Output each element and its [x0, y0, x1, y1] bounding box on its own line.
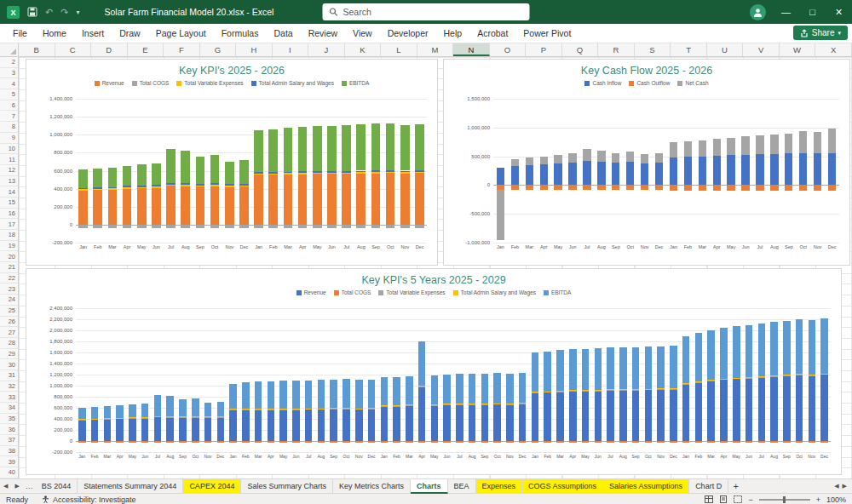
row-header-27[interactable]: 27 [0, 327, 18, 338]
chart-key-cash-flow-2025-2026[interactable]: Key Cash Flow 2025 - 2026Cash InflowCash… [443, 59, 850, 266]
ribbon-tab-formulas[interactable]: Formulas [214, 24, 267, 43]
row-header-3[interactable]: 3 [0, 68, 18, 79]
row-header-39[interactable]: 39 [0, 456, 18, 467]
ribbon-tab-data[interactable]: Data [266, 24, 300, 43]
maximize-button[interactable]: □ [799, 0, 826, 24]
grid-area[interactable]: Key KPI's 2025 - 2026RevenueTotal COGSTo… [19, 57, 852, 478]
sheet-tab-bs-2044[interactable]: BS 2044 [36, 479, 78, 494]
row-header-20[interactable]: 20 [0, 251, 18, 262]
tab-scroll-left-icon[interactable]: ◀ [834, 483, 838, 490]
row-header-22[interactable]: 22 [0, 273, 18, 284]
row-header-18[interactable]: 18 [0, 230, 18, 241]
row-header-19[interactable]: 19 [0, 241, 18, 252]
sheet-tab-capex-2044[interactable]: CAPEX 2044 [183, 479, 241, 494]
row-header-9[interactable]: 9 [0, 133, 18, 144]
row-header-40[interactable]: 40 [0, 467, 18, 478]
sheet-nav-left-icon[interactable]: ◀ [0, 483, 11, 490]
column-header-J[interactable]: J [308, 43, 345, 56]
column-header-P[interactable]: P [526, 43, 562, 56]
column-header-H[interactable]: H [236, 43, 273, 56]
row-header-17[interactable]: 17 [0, 219, 18, 230]
sheet-nav-right-icon[interactable]: ▶ [11, 483, 22, 490]
close-button[interactable]: × [826, 0, 852, 24]
accessibility-status[interactable]: Accessibility: Investigate [42, 495, 136, 504]
column-header-V[interactable]: V [743, 43, 780, 56]
zoom-out-button[interactable]: − [748, 495, 752, 504]
tab-scroll-right-icon[interactable]: ▶ [843, 483, 847, 490]
row-header-7[interactable]: 7 [0, 111, 18, 122]
column-header-S[interactable]: S [635, 43, 671, 56]
row-header-35[interactable]: 35 [0, 414, 18, 425]
ribbon-tab-insert[interactable]: Insert [74, 24, 112, 43]
column-header-M[interactable]: M [417, 43, 454, 56]
page-break-view-icon[interactable] [734, 495, 742, 503]
select-all-corner[interactable] [0, 43, 19, 56]
row-header-12[interactable]: 12 [0, 165, 18, 176]
chart-key-kpis-5-years[interactable]: Key KPI's 5 Years 2025 - 2029RevenueTota… [26, 268, 842, 475]
share-button[interactable]: Share ▾ [793, 26, 848, 40]
column-header-F[interactable]: F [164, 43, 200, 56]
normal-view-icon[interactable] [705, 495, 713, 503]
ribbon-tab-draw[interactable]: Draw [112, 24, 148, 43]
row-header-15[interactable]: 15 [0, 198, 18, 209]
ribbon-tab-acrobat[interactable]: Acrobat [469, 24, 515, 43]
row-header-13[interactable]: 13 [0, 176, 18, 187]
column-header-C[interactable]: C [55, 43, 92, 56]
column-header-G[interactable]: G [200, 43, 237, 56]
ribbon-tab-file[interactable]: File [5, 24, 35, 43]
ribbon-tab-view[interactable]: View [345, 24, 380, 43]
ribbon-tab-help[interactable]: Help [436, 24, 470, 43]
sheet-list-ellipsis-icon[interactable]: … [23, 482, 36, 490]
column-header-I[interactable]: I [273, 43, 309, 56]
zoom-slider-thumb[interactable] [783, 496, 786, 503]
row-header-10[interactable]: 10 [0, 144, 18, 155]
row-header-32[interactable]: 32 [0, 381, 18, 392]
row-header-31[interactable]: 31 [0, 370, 18, 381]
sheet-tab-statements-summary-2044[interactable]: Statements Summary 2044 [78, 479, 183, 494]
row-header-24[interactable]: 24 [0, 295, 18, 306]
column-header-E[interactable]: E [128, 43, 164, 56]
zoom-slider[interactable] [759, 499, 810, 501]
sheet-tab-expenses[interactable]: Expenses [476, 479, 523, 494]
row-header-2[interactable]: 2 [0, 57, 18, 68]
column-header-W[interactable]: W [780, 43, 816, 56]
row-header-29[interactable]: 29 [0, 349, 18, 360]
column-header-U[interactable]: U [707, 43, 744, 56]
sheet-tab-cogs-assumptions[interactable]: COGS Assumptions [522, 479, 603, 494]
sheet-tab-charts[interactable]: Charts [411, 479, 448, 494]
row-header-30[interactable]: 30 [0, 359, 18, 370]
row-header-14[interactable]: 14 [0, 186, 18, 198]
row-header-8[interactable]: 8 [0, 122, 18, 133]
row-header-4[interactable]: 4 [0, 78, 18, 89]
zoom-in-button[interactable]: + [816, 495, 820, 504]
excel-app-icon[interactable]: X [7, 6, 20, 19]
column-header-X[interactable]: X [815, 43, 852, 56]
row-header-25[interactable]: 25 [0, 306, 18, 317]
undo-icon[interactable]: ↶ [45, 0, 53, 24]
row-header-33[interactable]: 33 [0, 392, 18, 403]
column-header-B[interactable]: B [19, 43, 55, 56]
minimize-button[interactable]: — [773, 0, 799, 24]
row-header-21[interactable]: 21 [0, 262, 18, 273]
row-header-6[interactable]: 6 [0, 100, 18, 112]
column-header-R[interactable]: R [598, 43, 635, 56]
column-header-Q[interactable]: Q [562, 43, 599, 56]
ribbon-tab-developer[interactable]: Developer [380, 24, 436, 43]
ribbon-tab-home[interactable]: Home [35, 24, 74, 43]
column-header-D[interactable]: D [91, 43, 128, 56]
chart-key-kpis-2025-2026[interactable]: Key KPI's 2025 - 2026RevenueTotal COGSTo… [26, 59, 438, 266]
sheet-tab-sales-summary-charts[interactable]: Sales Summary Charts [241, 479, 333, 494]
account-avatar[interactable] [750, 4, 766, 20]
column-header-L[interactable]: L [381, 43, 417, 56]
redo-icon[interactable]: ↷ [60, 0, 68, 24]
column-header-T[interactable]: T [671, 43, 707, 56]
ribbon-tab-power-pivot[interactable]: Power Pivot [515, 24, 579, 43]
row-header-38[interactable]: 38 [0, 446, 18, 457]
row-header-26[interactable]: 26 [0, 317, 18, 328]
sheet-tab-key-metrics-charts[interactable]: Key Metrics Charts [333, 479, 411, 494]
new-sheet-button[interactable]: + [728, 481, 743, 491]
sheet-tab-bea[interactable]: BEA [448, 479, 476, 494]
sheet-tab-chart-d[interactable]: Chart D [689, 479, 728, 494]
ribbon-tab-page-layout[interactable]: Page Layout [148, 24, 214, 43]
row-header-11[interactable]: 11 [0, 154, 18, 165]
